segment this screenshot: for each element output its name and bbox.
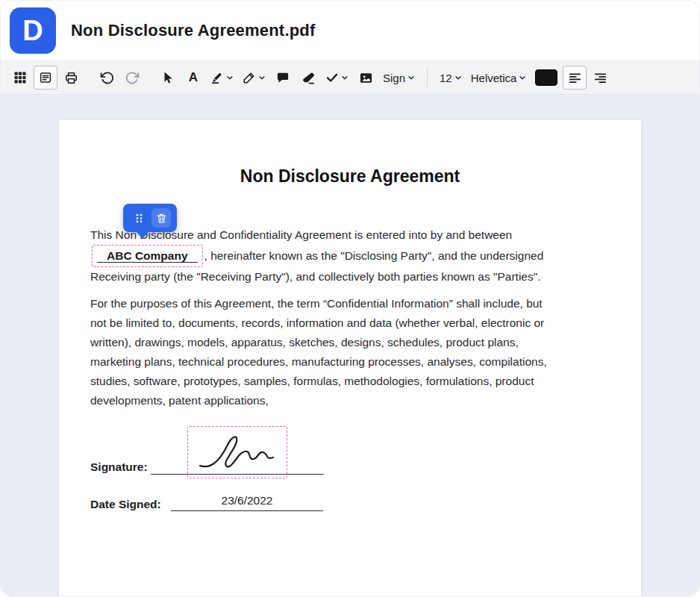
sign-button-label: Sign: [383, 72, 405, 84]
company-name-field[interactable]: ABC Company: [92, 245, 203, 267]
highlighter-icon: [210, 71, 224, 84]
comment-icon: [276, 71, 290, 84]
date-signed-field[interactable]: 23/6/2022: [171, 491, 323, 511]
trash-icon: [156, 213, 167, 224]
font-size-select[interactable]: 12: [436, 66, 466, 90]
document-canvas: Non Disclosure Agreement This Non Disclo…: [1, 95, 699, 596]
app-window: D Non Disclosure Agreement.pdf A: [0, 0, 700, 597]
text-icon: A: [189, 70, 198, 85]
pen-tool-button[interactable]: [239, 66, 269, 90]
document-title: Non Disclosure Agreement: [90, 166, 610, 187]
align-left-button[interactable]: [563, 66, 587, 90]
header: D Non Disclosure Agreement.pdf: [1, 1, 699, 60]
tooltip-pointer: [137, 232, 149, 239]
font-family-value: Helvetica: [471, 72, 517, 84]
image-icon: [359, 71, 373, 85]
app-logo[interactable]: D: [10, 7, 56, 54]
document-filename: Non Disclosure Agreement.pdf: [71, 21, 316, 40]
align-right-icon: [593, 71, 607, 85]
grid-icon: [13, 71, 27, 84]
pdf-page: Non Disclosure Agreement This Non Disclo…: [59, 120, 641, 596]
page-view-icon: [39, 71, 52, 84]
chevron-down-icon: [454, 74, 462, 81]
company-name-field-text: ABC Company: [97, 249, 198, 263]
toolbar: A Sign 12: [1, 60, 699, 95]
eraser-tool-button[interactable]: [296, 66, 320, 90]
chevron-down-icon: [341, 74, 349, 81]
highlighter-tool-button[interactable]: [207, 66, 237, 90]
undo-button[interactable]: [95, 66, 119, 90]
drag-handle[interactable]: [129, 208, 149, 228]
redo-icon: [125, 71, 140, 85]
insert-image-button[interactable]: [354, 66, 378, 90]
date-signed-label: Date Signed:: [90, 498, 161, 511]
check-icon: [325, 71, 339, 84]
page-view-button[interactable]: [34, 66, 57, 90]
app-logo-letter: D: [22, 15, 43, 47]
print-icon: [64, 71, 78, 85]
redo-button[interactable]: [120, 66, 144, 90]
signature-scribble: [188, 427, 288, 479]
print-button[interactable]: [59, 66, 83, 90]
undo-icon: [100, 71, 114, 85]
font-family-select[interactable]: Helvetica: [467, 66, 531, 90]
check-tool-button[interactable]: [322, 66, 352, 90]
align-left-icon: [568, 71, 582, 85]
text-tool-button[interactable]: A: [181, 66, 205, 90]
eraser-icon: [301, 71, 316, 85]
toolbar-separator: [427, 68, 428, 87]
field-floating-toolbar: [123, 204, 177, 232]
signature-label: Signature:: [90, 460, 148, 474]
cursor-icon: [161, 71, 175, 84]
chevron-down-icon: [519, 74, 526, 81]
grid-view-button[interactable]: [8, 66, 32, 90]
pen-icon: [243, 71, 256, 84]
font-size-value: 12: [440, 72, 452, 84]
comment-tool-button[interactable]: [271, 66, 295, 90]
align-right-button[interactable]: [588, 66, 612, 90]
chevron-down-icon: [226, 74, 234, 81]
paragraph-2: For the purposes of this Agreement, the …: [90, 294, 554, 410]
signature-field[interactable]: [187, 426, 287, 478]
signature-section: Signature: Date Signed: 23/6/2022: [90, 422, 610, 542]
paragraph-1: This Non Disclosure and Confidentiality …: [90, 225, 554, 287]
drag-handle-icon: [134, 213, 145, 224]
select-tool-button[interactable]: [156, 66, 180, 90]
sign-button[interactable]: Sign: [379, 66, 419, 90]
chevron-down-icon: [407, 74, 415, 81]
color-picker-button[interactable]: [531, 66, 561, 90]
delete-field-button[interactable]: [151, 208, 171, 228]
chevron-down-icon: [258, 74, 266, 81]
color-swatch: [535, 69, 557, 86]
